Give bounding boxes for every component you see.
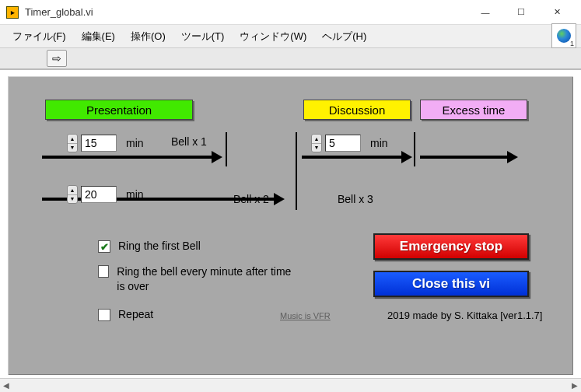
globe-icon xyxy=(557,29,571,43)
phase-excess-label: Excess time xyxy=(420,100,527,120)
emergency-stop-button[interactable]: Emergency stop xyxy=(373,233,529,260)
chevron-up-icon: ▲ xyxy=(312,135,321,144)
close-vi-button[interactable]: Close this vi xyxy=(373,271,529,297)
menu-bar: ファイル(F) 編集(E) 操作(O) ツール(T) ウィンドウ(W) ヘルプ(… xyxy=(0,25,581,48)
horizontal-scrollbar[interactable]: ◀ ▶ xyxy=(0,378,581,392)
menu-file[interactable]: ファイル(F) xyxy=(5,26,74,47)
option-ring-first: ✔ Ring the first Bell xyxy=(98,240,201,253)
tick-bell2 xyxy=(296,132,297,210)
option-repeat: Repeat xyxy=(98,308,153,321)
bell1-minutes-control: ▲▼ 15 min xyxy=(67,134,144,152)
menu-window[interactable]: ウィンドウ(W) xyxy=(232,26,314,47)
discussion-spinner[interactable]: ▲▼ xyxy=(311,134,322,152)
tick-bell1 xyxy=(226,132,227,166)
music-credit-link[interactable]: Music is VFR xyxy=(280,311,331,320)
menu-operate[interactable]: 操作(O) xyxy=(123,26,173,47)
ring-every-minute-label: Ring the bell every minute after time is… xyxy=(117,264,300,294)
chevron-up-icon: ▲ xyxy=(68,186,77,195)
bell2-spinner[interactable]: ▲▼ xyxy=(67,185,78,204)
menu-edit[interactable]: 編集(E) xyxy=(74,26,123,47)
ring-first-checkbox[interactable]: ✔ xyxy=(98,240,110,253)
labview-icon: ▸ xyxy=(6,6,19,19)
bell1-minutes-field[interactable]: 15 xyxy=(81,135,117,152)
phase-presentation-label: Presentation xyxy=(45,100,193,120)
bell2-label: Bell x 2 xyxy=(233,193,269,205)
globe-badge: 1 xyxy=(570,40,574,47)
repeat-checkbox[interactable] xyxy=(98,309,110,321)
chevron-up-icon: ▲ xyxy=(68,135,77,144)
menu-tools[interactable]: ツール(T) xyxy=(173,26,233,47)
arrow-discussion xyxy=(302,156,403,159)
vi-connector-pane-icon[interactable]: 1 xyxy=(551,23,576,48)
discussion-minutes-field[interactable]: 5 xyxy=(325,135,361,152)
option-ring-every-minute: Ring the bell every minute after time is… xyxy=(98,264,300,294)
window-title: Timer_global.vi xyxy=(25,6,467,18)
discussion-minutes-control: ▲▼ 5 min xyxy=(311,134,388,152)
bell1-spinner[interactable]: ▲▼ xyxy=(67,134,78,152)
arrow-excess xyxy=(420,156,509,159)
phase-discussion-label: Discussion xyxy=(303,100,411,120)
chevron-down-icon: ▼ xyxy=(68,195,77,204)
bell2-unit: min xyxy=(126,188,144,201)
bell3-label: Bell x 3 xyxy=(338,193,373,205)
toolbar: ⇨ xyxy=(0,48,581,70)
title-bar: ▸ Timer_global.vi — ☐ ✕ xyxy=(0,0,581,25)
close-window-button[interactable]: ✕ xyxy=(539,1,575,24)
discussion-unit: min xyxy=(370,137,388,149)
ring-every-minute-checkbox[interactable] xyxy=(98,265,109,278)
chevron-down-icon: ▼ xyxy=(312,144,321,152)
repeat-label: Repeat xyxy=(118,308,153,320)
chevron-down-icon: ▼ xyxy=(68,144,77,152)
bell1-unit: min xyxy=(126,137,144,149)
ring-first-label: Ring the first Bell xyxy=(118,240,201,252)
author-credit: 2019 made by S. Kittaka [ver1.1.7] xyxy=(387,310,542,321)
run-arrow-icon: ⇨ xyxy=(52,52,61,65)
scroll-right-icon: ▶ xyxy=(572,381,578,390)
bell1-label: Bell x 1 xyxy=(171,135,207,148)
bell2-minutes-control: ▲▼ 20 min xyxy=(67,185,144,204)
minimize-button[interactable]: — xyxy=(467,1,503,24)
arrow-presentation-bell1 xyxy=(42,156,213,159)
maximize-button[interactable]: ☐ xyxy=(503,1,539,24)
scroll-left-icon: ◀ xyxy=(3,381,9,390)
run-button[interactable]: ⇨ xyxy=(47,50,67,67)
bell2-minutes-field[interactable]: 20 xyxy=(81,186,117,203)
tick-bell3 xyxy=(414,132,415,166)
menu-help[interactable]: ヘルプ(H) xyxy=(314,26,374,47)
window-buttons: — ☐ ✕ xyxy=(467,1,575,24)
front-panel: Presentation Discussion Excess time ▲▼ 1… xyxy=(8,76,573,375)
